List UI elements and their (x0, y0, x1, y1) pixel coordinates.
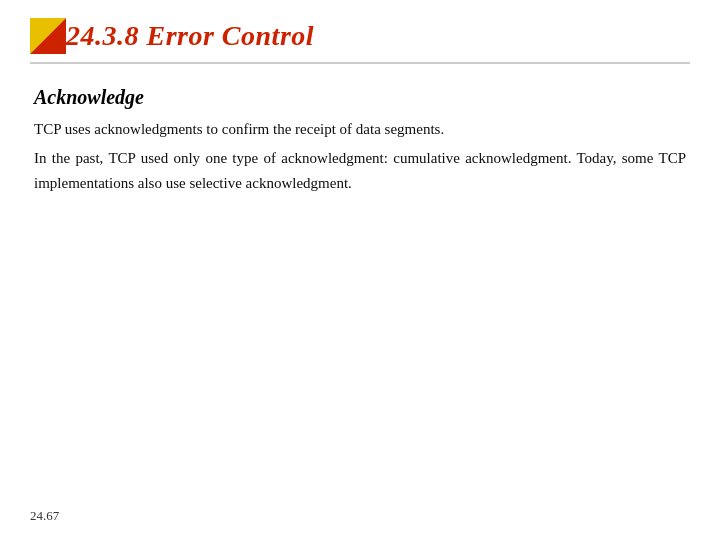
page-number: 24.67 (30, 508, 59, 524)
slide-container: 24.3.8 Error Control Acknowledge TCP use… (0, 0, 720, 540)
header-icon (30, 18, 66, 54)
slide-title: 24.3.8 Error Control (66, 20, 314, 52)
slide-header: 24.3.8 Error Control (30, 18, 690, 64)
section-title: Acknowledge (34, 86, 686, 109)
paragraph-1: TCP uses acknowledgments to confirm the … (34, 117, 686, 142)
slide-content: Acknowledge TCP uses acknowledgments to … (30, 82, 690, 195)
paragraph-2: In the past, TCP used only one type of a… (34, 146, 686, 196)
icon-red-triangle (30, 18, 66, 54)
